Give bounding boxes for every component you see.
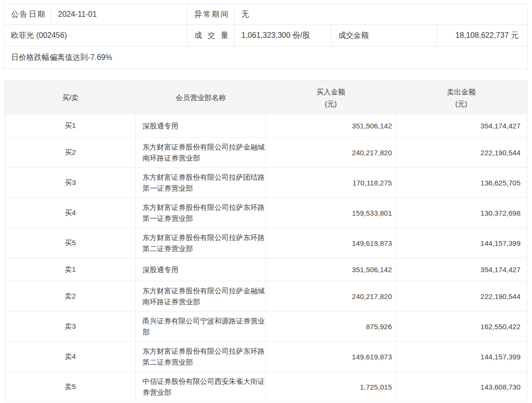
side-cell: 卖5 <box>5 372 135 402</box>
branch-name-cell: 东方财富证券股份有限公司拉萨东环路第二证券营业部 <box>135 228 266 258</box>
branch-name-cell: 中信证券股份有限公司西安朱雀大街证券营业部 <box>135 372 266 402</box>
table-row-buy1: 买1 深股通专用 351,506,142 354,174,427 <box>5 114 527 137</box>
buy-amount-cell: 149,619,873 <box>266 228 395 258</box>
buy-amount-cell: 1,725,015 <box>266 372 395 402</box>
table-row-sell3: 卖3 甬兴证券有限公司宁波和源路证券营业部 875,926 162,550,42… <box>5 311 527 341</box>
announce-date-value: 2024-11-01 <box>51 4 188 24</box>
deviation-note: 日价格跌幅偏离值达到-7.69% <box>4 46 527 69</box>
table-row-buy3: 买3 东方财富证券股份有限公司拉萨团结路第一证券营业部 170,118,275 … <box>5 167 527 197</box>
turnover-label: 成交金额 <box>331 25 437 46</box>
column-header-sell-unit: (元) <box>455 98 467 110</box>
side-cell: 买2 <box>5 138 135 167</box>
announce-date-label: 公告日期 <box>4 4 51 24</box>
column-header-buy-unit: (元) <box>325 98 337 110</box>
buy-amount-cell: 240,217,820 <box>266 281 395 311</box>
sell-amount-cell: 354,174,427 <box>395 258 527 281</box>
table-row-buy2: 买2 东方财富证券股份有限公司拉萨金融城南环路证券营业部 240,217,820… <box>5 137 527 167</box>
broker-table: 买/卖 会员营业部名称 买入金额 (元) 卖出金额 (元) 买1 深股通专用 3… <box>5 81 527 402</box>
column-header-buy: 买入金额 (元) <box>266 81 395 114</box>
info-panel: 公告日期 2024-11-01 异常期间 无 欧菲光 (002456) 成交量 … <box>4 4 528 69</box>
volume-value: 1,061,323,300 份/股 <box>235 25 331 46</box>
branch-name-cell: 深股通专用 <box>135 115 266 137</box>
buy-amount-cell: 351,506,142 <box>266 115 395 137</box>
side-cell: 卖2 <box>5 281 135 311</box>
side-cell: 买3 <box>5 168 135 197</box>
table-row-sell2: 卖2 东方财富证券股份有限公司拉萨金融城南环路证券营业部 240,217,820… <box>5 281 527 311</box>
branch-name-cell: 深股通专用 <box>135 258 266 281</box>
sell-amount-cell: 222,190,544 <box>395 281 527 311</box>
column-header-buy-label: 买入金额 <box>317 86 345 98</box>
branch-name-cell: 甬兴证券有限公司宁波和源路证券营业部 <box>135 311 266 341</box>
info-row-reason: 日价格跌幅偏离值达到-7.69% <box>4 46 527 69</box>
column-header-name-label: 会员营业部名称 <box>176 92 226 104</box>
stock-name: 欧菲光 (002456) <box>4 25 188 46</box>
branch-name-cell: 东方财富证券股份有限公司拉萨东环路第一证券营业部 <box>135 198 266 228</box>
side-cell: 卖3 <box>5 311 135 341</box>
branch-name-cell: 东方财富证券股份有限公司拉萨东环路第二证券营业部 <box>135 342 266 371</box>
column-header-side-label: 买/卖 <box>62 92 78 104</box>
sell-amount-cell: 143,608,730 <box>395 372 527 402</box>
buy-amount-cell: 149,619,873 <box>266 342 395 371</box>
buy-amount-cell: 875,926 <box>266 311 395 341</box>
table-row-sell4: 卖4 东方财富证券股份有限公司拉萨东环路第二证券营业部 149,619,873 … <box>5 341 527 371</box>
sell-amount-cell: 144,157,399 <box>395 342 527 371</box>
column-header-name: 会员营业部名称 <box>135 81 266 114</box>
volume-label: 成交量 <box>188 25 235 46</box>
column-header-sell: 卖出金额 (元) <box>395 81 527 114</box>
info-row-date: 公告日期 2024-11-01 异常期间 无 <box>4 4 527 24</box>
turnover-value: 18,108,622,737 元 <box>437 25 527 46</box>
column-header-side: 买/卖 <box>5 81 135 114</box>
abnormal-period-label: 异常期间 <box>188 4 235 24</box>
info-row-volume: 欧菲光 (002456) 成交量 1,061,323,300 份/股 成交金额 … <box>4 24 527 46</box>
sell-amount-cell: 354,174,427 <box>395 115 527 137</box>
table-row-buy4: 买4 东方财富证券股份有限公司拉萨东环路第一证券营业部 159,533,801 … <box>5 197 527 228</box>
branch-name-cell: 东方财富证券股份有限公司拉萨金融城南环路证券营业部 <box>135 281 266 311</box>
buy-amount-cell: 170,118,275 <box>266 168 395 197</box>
column-header-sell-label: 卖出金额 <box>447 86 476 98</box>
abnormal-period-value: 无 <box>235 4 527 24</box>
sell-amount-cell: 130,372,698 <box>395 198 527 228</box>
branch-name-cell: 东方财富证券股份有限公司拉萨团结路第一证券营业部 <box>135 168 266 197</box>
sell-amount-cell: 162,550,422 <box>395 311 527 341</box>
buy-amount-cell: 159,533,801 <box>266 198 395 228</box>
branch-name-cell: 东方财富证券股份有限公司拉萨金融城南环路证券营业部 <box>135 138 266 167</box>
side-cell: 买5 <box>5 228 135 258</box>
sell-amount-cell: 144,157,399 <box>395 228 527 258</box>
side-cell: 买1 <box>5 115 135 137</box>
side-cell: 卖1 <box>5 258 135 281</box>
table-row-sell5: 卖5 中信证券股份有限公司西安朱雀大街证券营业部 1,725,015 143,6… <box>5 371 527 402</box>
buy-amount-cell: 240,217,820 <box>266 138 395 167</box>
sell-amount-cell: 222,190,544 <box>395 138 527 167</box>
side-cell: 买4 <box>5 198 135 228</box>
buy-amount-cell: 351,506,142 <box>266 258 395 281</box>
table-header-row: 买/卖 会员营业部名称 买入金额 (元) 卖出金额 (元) <box>5 81 527 114</box>
table-row-buy5: 买5 东方财富证券股份有限公司拉萨东环路第二证券营业部 149,619,873 … <box>5 228 527 258</box>
sell-amount-cell: 136,625,705 <box>395 168 527 197</box>
table-row-sell1: 卖1 深股通专用 351,506,142 354,174,427 <box>5 258 527 281</box>
side-cell: 卖4 <box>5 342 135 371</box>
